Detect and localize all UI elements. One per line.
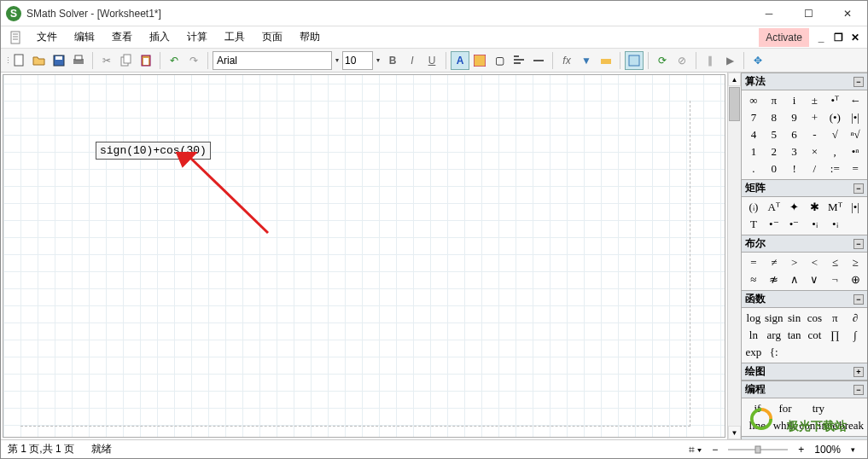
palette-button[interactable]: ⊕: [845, 271, 865, 288]
palette-button[interactable]: arg: [764, 327, 784, 344]
copy-button[interactable]: [117, 51, 136, 70]
panel-header-bool[interactable]: 布尔−: [742, 235, 867, 253]
worksheet-area[interactable]: sign(10)+cos(30): [3, 74, 725, 438]
palette-button[interactable]: exp: [743, 344, 764, 361]
palette-button[interactable]: •ᵢ: [824, 216, 845, 233]
align-button[interactable]: [510, 51, 528, 70]
activate-button[interactable]: Activate: [759, 28, 809, 47]
unit-button[interactable]: [597, 51, 615, 70]
palette-button[interactable]: =: [743, 254, 764, 271]
palette-button[interactable]: 7: [743, 109, 764, 126]
palette-button[interactable]: -: [805, 126, 825, 143]
palette-button[interactable]: <: [805, 254, 825, 271]
minimize-button[interactable]: ─: [749, 1, 789, 26]
size-select[interactable]: [342, 51, 373, 70]
menu-help[interactable]: 帮助: [291, 26, 329, 48]
panel-header-func[interactable]: 函数−: [742, 290, 867, 308]
play-button[interactable]: ▶: [720, 51, 739, 70]
palette-button[interactable]: 0: [764, 160, 784, 177]
font-dropdown-icon[interactable]: ▾: [333, 51, 341, 70]
bg-color-button[interactable]: [470, 51, 489, 70]
undo-button[interactable]: ↶: [165, 51, 184, 70]
zoom-dropdown-icon[interactable]: ▾: [851, 445, 855, 454]
palette-button[interactable]: 3: [784, 143, 805, 160]
palette-button[interactable]: tan: [784, 327, 805, 344]
palette-button[interactable]: [837, 400, 865, 417]
italic-button[interactable]: I: [403, 51, 422, 70]
palette-button[interactable]: continue: [799, 417, 837, 434]
menu-calc[interactable]: 计算: [178, 26, 216, 48]
vertical-scrollbar[interactable]: ▲ ▼: [727, 73, 741, 439]
palette-button[interactable]: log: [743, 310, 764, 327]
menu-page[interactable]: 页面: [253, 26, 291, 48]
status-layout-icon[interactable]: ⌗ ▾: [689, 444, 702, 456]
cut-button[interactable]: ✂: [97, 51, 116, 70]
save-button[interactable]: [50, 51, 68, 70]
menu-tools[interactable]: 工具: [216, 26, 253, 48]
pause-button[interactable]: ∥: [701, 51, 719, 70]
palette-button[interactable]: ≠: [764, 254, 784, 271]
palette-button[interactable]: 5: [764, 126, 784, 143]
palette-button[interactable]: ∧: [784, 271, 805, 288]
palette-button[interactable]: >: [784, 254, 805, 271]
scroll-thumb[interactable]: [729, 87, 740, 121]
refresh-button[interactable]: ⟳: [653, 51, 672, 70]
fx-button[interactable]: fx: [557, 51, 576, 70]
panel-header-prog[interactable]: 编程−: [742, 381, 867, 398]
palette-button[interactable]: ∫: [845, 327, 865, 344]
palette-button[interactable]: ←: [845, 92, 865, 109]
palette-button[interactable]: ∏: [824, 327, 845, 344]
palette-button[interactable]: try: [799, 400, 837, 417]
maximize-button[interactable]: ☐: [789, 1, 828, 26]
panel-collapse-icon[interactable]: −: [853, 183, 864, 194]
stop-button[interactable]: ⊘: [673, 51, 691, 70]
panel-expand-icon[interactable]: +: [853, 367, 864, 377]
zoom-in-button[interactable]: +: [798, 444, 804, 456]
palette-button[interactable]: /: [805, 160, 825, 177]
palette-button[interactable]: ✦: [784, 199, 805, 216]
palette-button[interactable]: Mᵀ: [824, 199, 845, 216]
redo-button[interactable]: ↷: [184, 51, 203, 70]
open-button[interactable]: [30, 51, 49, 70]
palette-button[interactable]: .: [743, 160, 764, 177]
palette-button[interactable]: •⁻: [784, 216, 805, 233]
palette-button[interactable]: !: [784, 160, 805, 177]
border-button[interactable]: ▢: [490, 51, 509, 70]
menu-view[interactable]: 查看: [103, 26, 141, 48]
scroll-down-icon[interactable]: ▼: [728, 426, 741, 439]
panel-collapse-icon[interactable]: −: [853, 294, 864, 305]
close-button[interactable]: ✕: [828, 1, 867, 26]
palette-button[interactable]: ⁿ√: [845, 126, 865, 143]
palette-button[interactable]: ln: [743, 327, 764, 344]
palette-button[interactable]: {:: [764, 344, 784, 361]
panel-header-matrix[interactable]: 矩阵−: [742, 179, 867, 197]
palette-button[interactable]: ≈: [743, 271, 764, 288]
panel-collapse-icon[interactable]: −: [853, 385, 864, 395]
panel-header-plot[interactable]: 绘图+: [742, 363, 867, 381]
mdi-restore-button[interactable]: ❐: [831, 31, 845, 44]
palette-button[interactable]: •⁻: [764, 216, 784, 233]
palette-button[interactable]: ±: [805, 92, 825, 109]
underline-button[interactable]: U: [422, 51, 441, 70]
palette-button[interactable]: +: [805, 109, 825, 126]
panel-header-sym-lc[interactable]: 符号 (α-ω)+: [742, 436, 867, 439]
mdi-minimize-button[interactable]: _: [814, 31, 828, 44]
formula-region[interactable]: sign(10)+cos(30): [96, 142, 211, 160]
palette-button[interactable]: (•): [824, 109, 845, 126]
palette-button[interactable]: cot: [805, 327, 825, 344]
palette-button[interactable]: √: [824, 126, 845, 143]
palette-button[interactable]: ∂: [845, 310, 865, 327]
zoom-out-button[interactable]: −: [712, 444, 718, 456]
palette-button[interactable]: :=: [824, 160, 845, 177]
palette-button[interactable]: [845, 216, 865, 233]
palette-button[interactable]: 9: [784, 109, 805, 126]
filter-button[interactable]: ▼: [577, 51, 596, 70]
palette-button[interactable]: sign: [764, 310, 784, 327]
font-select[interactable]: [213, 51, 332, 70]
palette-button[interactable]: π: [764, 92, 784, 109]
palette-button[interactable]: 6: [784, 126, 805, 143]
region-button[interactable]: [625, 51, 644, 70]
palette-button[interactable]: 4: [743, 126, 764, 143]
palette-button[interactable]: while: [772, 417, 800, 434]
palette-button[interactable]: [784, 344, 805, 361]
